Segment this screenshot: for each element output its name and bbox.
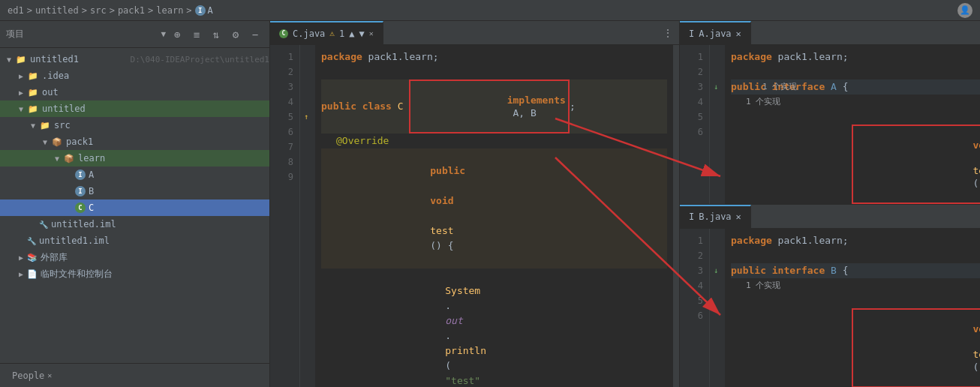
code-line-2 [321,64,667,80]
gutter-right-top: ↓ [710,45,725,204]
right-bottom-lines[interactable]: package pack1.learn; public interface B … [725,229,980,388]
code-line-a4: void test (); [731,110,980,204]
folder-icon-untitled: 📁 [27,103,39,115]
breadcrumb-sep-1: > [27,5,32,16]
code-line-a1: package pack1.learn; [731,50,980,64]
gutter-left: ↑ [300,45,315,387]
gutter-impl-arrow-a[interactable]: ↓ [710,81,722,93]
sidebar-item-untitled[interactable]: ▼ 📁 untitled [0,100,269,117]
editor-area: C C.java ⚠ 1 ▲ ▼ ✕ ⋮ 1 2 3 [270,21,980,387]
user-avatar[interactable]: 👤 [957,3,972,18]
code-line-b1: package pack1.learn; [731,233,980,248]
interface-badge: I [195,5,206,16]
sidebar-btn-settings[interactable]: ⚙ [227,26,244,43]
people-tab-label: People [12,370,44,381]
tree-label-A: A [89,170,269,180]
tree-label-pack1: pack1 [66,136,269,147]
sidebar-item-external-libs[interactable]: ▶ 📚 外部库 [0,249,269,266]
nav-down[interactable]: ▼ [359,28,364,39]
code-line-b-impl: 1 个实现 [731,278,980,293]
breadcrumb-sep-2: > [82,5,87,16]
right-bottom-tab-bar: I B.java ✕ [680,205,980,229]
gutter-impl-arrow-b[interactable]: ↓ [710,265,722,277]
line-numbers-right-bottom: 1 2 3 4 5 6 [680,229,710,388]
chevron-icon: ▼ [39,136,51,148]
tree-path: D:\040-IDEAProject\untitled1 [131,55,269,64]
code-line-a-impl: 1 个实现 [731,94,980,110]
void-test-a-highlight: void test (); [852,124,980,204]
breadcrumb-part-pack1[interactable]: pack1 [118,5,145,16]
tree-label-untitled-iml: untitled.iml [51,219,269,230]
code-lines-left[interactable]: package pack1.learn; public class C [315,45,673,387]
sidebar-item-untitled1-iml[interactable]: 🔧 untitled1.iml [0,232,269,249]
tree-label-untitled1-iml: untitled1.iml [39,236,269,246]
right-top-tab-bar: I A.java ✕ [680,21,980,45]
bottom-tab-people[interactable]: People ✕ [8,369,56,382]
breadcrumb-part-a[interactable]: A [208,5,213,16]
tree-label-untitled: untitled [42,104,269,114]
scrollbar-left[interactable] [673,45,679,387]
warning-icon: ⚠ [329,28,335,38]
breadcrumb-part-src[interactable]: src [90,5,107,16]
tab-b-java[interactable]: I B.java ✕ [680,205,751,228]
sidebar-btn-collapse-all[interactable]: ≡ [188,26,205,43]
sidebar-item-untitled-iml[interactable]: 🔧 untitled.iml [0,216,269,232]
sidebar-title: 项目 [6,28,158,40]
scratch-icon: 📄 [27,269,38,279]
gutter-arrow-up[interactable]: ↑ [300,111,312,123]
nav-up[interactable]: ▲ [349,28,354,39]
sidebar-item-pack1[interactable]: ▼ 📦 pack1 [0,134,269,150]
sidebar-item-A[interactable]: I A [0,166,269,183]
project-icon: 📁 [15,53,27,65]
sidebar-btn-locate[interactable]: ⊕ [169,26,185,43]
code-line-b2 [731,248,980,263]
right-split-bottom: I B.java ✕ 1 2 3 4 5 6 [680,205,980,388]
line-numbers-left: 1 2 3 4 5 6 7 8 9 [270,45,300,387]
iml-icon-2: 🔧 [27,237,36,245]
sidebar-item-C[interactable]: C C [0,200,269,216]
close-people-tab[interactable]: ✕ [47,371,52,380]
sidebar-item-src[interactable]: ▼ 📁 src [0,117,269,134]
sidebar-dropdown-arrow[interactable]: ▼ [161,29,166,39]
chevron-icon: ▼ [3,53,15,65]
sidebar-item-untitled1[interactable]: ▼ 📁 untitled1 D:\040-IDEAProject\untitle… [0,51,269,68]
close-c-tab[interactable]: ✕ [369,29,374,38]
breadcrumb-part-learn[interactable]: learn [156,5,183,16]
breadcrumb-part-untitled[interactable]: untitled [35,5,79,16]
sidebar-item-learn[interactable]: ▼ 📦 learn [0,150,269,166]
tab-a-java[interactable]: I A.java ✕ [680,21,751,44]
close-b-tab[interactable]: ✕ [736,212,741,222]
tree-label-untitled1: untitled1 [30,54,126,64]
sidebar-item-idea[interactable]: ▶ 📁 .idea [0,68,269,84]
tree-label-C: C [89,202,269,213]
chevron-icon: ▶ [15,251,27,263]
right-top-lines[interactable]: 1 个实现 package pack1.learn; public interf… [725,45,980,204]
sidebar-btn-minimize[interactable]: − [247,26,263,43]
sidebar-item-out[interactable]: ▶ 📁 out [0,84,269,100]
folder-icon-out: 📁 [27,86,39,98]
void-test-b-highlight: void test (); [852,308,980,388]
editors-split: C C.java ⚠ 1 ▲ ▼ ✕ ⋮ 1 2 3 [270,21,980,387]
left-tab-bar: C C.java ⚠ 1 ▲ ▼ ✕ ⋮ [270,21,679,45]
sidebar-item-B[interactable]: I B [0,183,269,200]
close-a-tab[interactable]: ✕ [736,28,741,39]
tab-label-b: B.java [699,212,731,222]
chevron-icon: ▶ [15,86,27,98]
breadcrumb-part-ed1[interactable]: ed1 [8,5,24,16]
tab-c-java[interactable]: C C.java ⚠ 1 ▲ ▼ ✕ [270,21,383,44]
tree-label-out: out [42,87,269,98]
gutter-right-bottom: ↓ [710,229,725,388]
tab-more-btn[interactable]: ⋮ [657,21,679,44]
sidebar-item-scratch[interactable]: ▶ 📄 临时文件和控制台 [0,266,269,282]
breadcrumb-sep-4: > [148,5,153,16]
sidebar-toolbar: 项目 ▼ ⊕ ≡ ⇅ ⚙ − [0,21,269,48]
tab-label-a: A.java [699,28,731,39]
tree-label-idea: .idea [42,70,269,81]
code-line-a2 [731,64,980,80]
impl-count-a: 1 个实现 [762,80,797,94]
code-line-1: package pack1.learn; [321,50,667,64]
code-line-4: @Override [321,134,667,148]
class-c-icon: C [75,202,86,213]
sidebar-btn-sort[interactable]: ⇅ [208,26,224,43]
breadcrumb-sep-3: > [110,5,115,16]
